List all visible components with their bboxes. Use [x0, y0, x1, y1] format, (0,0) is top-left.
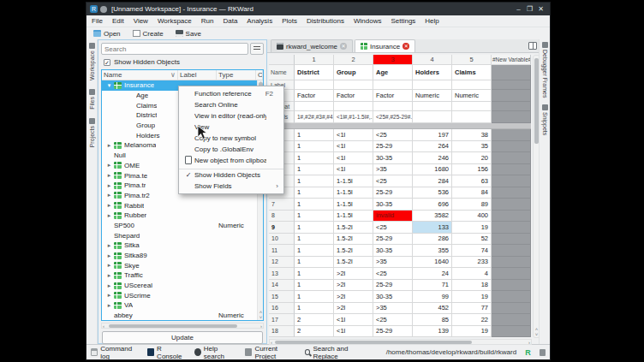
column-header[interactable]: 5 [452, 55, 492, 65]
left-toolview-tab[interactable]: Workspace [89, 43, 95, 80]
cell-claims[interactable]: 4 [452, 268, 492, 280]
cell-holders[interactable]: 246 [413, 152, 452, 164]
show-hidden-checkbox[interactable]: ✓ [104, 59, 110, 66]
toolbar-button[interactable]: Save [176, 30, 201, 38]
cell-district[interactable]: 1 [295, 164, 334, 176]
cell-district[interactable]: 1 [295, 175, 334, 187]
left-toolview-tab[interactable]: Files [89, 89, 95, 110]
new-variable-cell[interactable] [492, 234, 531, 246]
tree-item[interactable]: Rabbit dat [102, 200, 257, 211]
var-levels-cell[interactable]: <1l#,#1-1.5l#,... [334, 111, 373, 123]
scrollbar-thumb[interactable] [109, 324, 237, 328]
scrollbar-thumb[interactable] [275, 341, 472, 344]
tree-item[interactable]: SP500 Numeric nu [102, 221, 257, 231]
statusbar-toolview-button[interactable]: Command log [91, 345, 139, 360]
tab-close-icon[interactable]: ✕ [402, 43, 409, 50]
cell-age[interactable]: >35 [373, 303, 413, 315]
expander-icon[interactable] [104, 172, 114, 179]
cell-district[interactable]: 1 [295, 152, 334, 164]
right-toolview-tab[interactable]: Debugger Frames [542, 42, 548, 98]
cell-group[interactable]: <1l [334, 326, 373, 338]
row-number[interactable]: 8 [269, 211, 295, 223]
cell-claims[interactable]: 52 [452, 234, 492, 246]
cell-group[interactable]: 1-1.5l [334, 211, 373, 223]
expander-icon[interactable] [104, 142, 114, 149]
new-variable-cell[interactable] [492, 199, 531, 211]
cell-holders[interactable]: 99 [413, 291, 452, 303]
cell-group[interactable]: 1-1.5l [334, 175, 373, 187]
tree-horizontal-scrollbar[interactable]: ‹ › [101, 323, 264, 329]
cell-claims[interactable]: 19 [452, 326, 492, 338]
new-variable-cell[interactable] [492, 326, 531, 338]
statusbar-toolview-button[interactable]: R Console [147, 345, 186, 360]
search-input[interactable] [101, 43, 248, 55]
cell-holders[interactable]: 355 [413, 245, 452, 257]
new-variable-cell[interactable] [492, 141, 531, 153]
menubar-item[interactable]: Settings [391, 17, 415, 25]
statusbar-toolview-button[interactable]: Current Project [245, 345, 296, 360]
var-type-cell[interactable]: Factor [334, 90, 373, 102]
toolbar-button[interactable]: Open [93, 30, 121, 38]
cell-age[interactable]: <25 [373, 129, 413, 141]
cell-claims[interactable]: 84 [452, 187, 492, 199]
window-menu-icon[interactable] [100, 6, 107, 13]
tree-col-type[interactable]: Type [217, 70, 256, 80]
cell-holders[interactable]: 197 [413, 129, 452, 141]
cell-holders[interactable]: 24 [413, 268, 452, 280]
var-type-cell[interactable]: Factor [373, 90, 413, 102]
cell-age[interactable]: <25 [373, 175, 413, 187]
tree-item[interactable]: Traffic dat [102, 270, 257, 281]
menubar-item[interactable]: Distributions [307, 17, 344, 25]
scroll-down-icon[interactable]: ˅ [258, 315, 264, 320]
cell-claims[interactable]: 400 [452, 211, 492, 223]
menubar-item[interactable]: Workspace [158, 17, 192, 25]
scroll-left-icon[interactable]: ‹ [271, 340, 272, 345]
cell-district[interactable]: 1 [295, 280, 334, 292]
cell-age[interactable]: >35 [373, 164, 413, 176]
cell-age[interactable]: 25-29 [373, 141, 413, 153]
table-horizontal-scrollbar[interactable]: ‹ › [269, 339, 532, 345]
minimize-button[interactable]: – [513, 5, 524, 13]
new-variable-cell[interactable] [492, 164, 531, 176]
new-variable-cell[interactable] [492, 129, 531, 141]
var-name-cell[interactable]: District [295, 65, 334, 80]
var-type-cell[interactable]: Factor [295, 90, 334, 102]
var-name-cell[interactable]: Holders [413, 65, 452, 80]
cell-age[interactable]: <25 [373, 314, 413, 326]
expander-icon[interactable] [104, 262, 114, 269]
cell-holders[interactable]: 3582 [413, 211, 452, 223]
new-variable-cell[interactable] [492, 187, 531, 199]
tree-col-label[interactable]: Label [178, 70, 217, 80]
new-variable-cell[interactable] [492, 152, 531, 164]
new-variable-cell[interactable] [492, 303, 531, 315]
menubar-item[interactable]: Windows [354, 17, 381, 25]
context-menu-item[interactable] [179, 166, 283, 169]
column-header[interactable]: 1 [295, 55, 334, 65]
cell-district[interactable]: 1 [295, 211, 334, 223]
new-variable-cell[interactable] [492, 80, 531, 90]
cell-district[interactable]: 1 [295, 234, 334, 246]
expander-icon[interactable] [104, 272, 114, 279]
cell-district[interactable]: 2 [295, 326, 334, 338]
cell-claims[interactable]: 74 [452, 245, 492, 257]
var-levels-cell[interactable]: 1#,#2#,#3#,#4 [295, 111, 334, 123]
cell-age[interactable]: 30-35 [373, 199, 413, 211]
split-view-icon[interactable] [528, 42, 537, 50]
tree-item[interactable]: Sitka dat [102, 240, 257, 251]
var-name-cell[interactable]: Group [334, 65, 373, 80]
cell-claims[interactable]: 19 [452, 222, 492, 234]
editor-tab[interactable]: rkward_welcome ✕ [271, 39, 353, 52]
var-format-cell[interactable] [373, 102, 413, 111]
column-header[interactable]: 4 [413, 55, 452, 65]
cell-holders[interactable]: 452 [413, 303, 452, 315]
cell-claims[interactable]: 77 [452, 303, 492, 315]
scroll-right-icon[interactable]: › [260, 323, 262, 329]
context-menu-item[interactable]: View [179, 122, 283, 133]
new-variable-cell[interactable] [492, 90, 531, 102]
var-type-cell[interactable]: Numeric [452, 90, 492, 102]
cell-group[interactable]: 1.5-2l [334, 234, 373, 246]
expander-icon[interactable] [104, 82, 114, 89]
row-number[interactable]: 7 [269, 199, 295, 211]
var-label-cell[interactable] [334, 80, 373, 90]
cell-district[interactable]: 1 [295, 129, 334, 141]
